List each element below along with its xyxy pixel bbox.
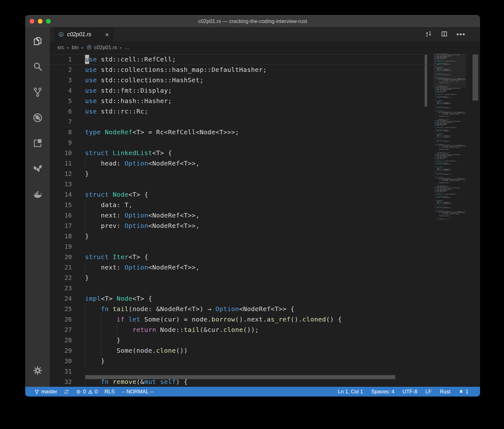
status-branch-indicator[interactable]: master xyxy=(31,387,60,397)
activity-search-button[interactable] xyxy=(25,57,50,77)
code-line-9[interactable]: 9 xyxy=(50,137,480,148)
close-window-button[interactable] xyxy=(30,19,34,24)
code-line-31[interactable]: 31 xyxy=(50,366,480,377)
breadcrumb-item-[interactable]: ... xyxy=(125,44,129,50)
line-number: 1 xyxy=(50,54,72,65)
code-text: use std::collections::HashSet; xyxy=(85,75,203,85)
code-line-12[interactable]: 12} xyxy=(50,169,480,179)
line-number: 19 xyxy=(50,241,72,252)
code-line-28[interactable]: 28 } xyxy=(50,335,480,345)
code-line-25[interactable]: 25 fn tail(node: &NodeRef<T>) → Option<N… xyxy=(50,304,480,314)
breadcrumb-item-src[interactable]: src xyxy=(57,44,64,50)
more-actions-button[interactable]: ••• xyxy=(456,33,466,36)
line-number: 29 xyxy=(50,345,72,356)
line-number: 6 xyxy=(50,106,72,117)
code-text: return Node::tail(&cur.clone()); xyxy=(85,325,259,335)
code-line-32[interactable]: 32 fn remove(&mut self) { xyxy=(50,377,480,387)
code-line-17[interactable]: 17 prev: Option<NodeRef<T>>, xyxy=(50,221,480,231)
code-line-15[interactable]: 15 data: T, xyxy=(50,200,480,210)
open-changes-button[interactable] xyxy=(425,30,432,39)
line-number: 31 xyxy=(50,366,72,377)
minimize-window-button[interactable] xyxy=(38,19,43,24)
status-label: RLS xyxy=(105,389,115,395)
code-line-21[interactable]: 21 next: Option<NodeRef<T>>, xyxy=(50,262,480,273)
code-line-4[interactable]: 4use std::fmt::Display; xyxy=(50,85,480,96)
code-line-18[interactable]: 18} xyxy=(50,231,480,241)
breadcrumb-item-c02p01rs[interactable]: Rc02p01.rs xyxy=(86,44,117,50)
activity-source-control-button[interactable] xyxy=(25,83,50,103)
code-line-14[interactable]: 14struct Node<T> { xyxy=(50,189,480,200)
activity-bar xyxy=(25,27,50,387)
line-number: 15 xyxy=(50,200,72,210)
code-line-7[interactable]: 7 xyxy=(50,117,480,127)
status-cursor-position[interactable]: Ln 1, Col 1 xyxy=(334,387,367,397)
code-line-27[interactable]: 27 return Node::tail(&cur.clone()); xyxy=(50,325,480,335)
code-editor[interactable]: use std::cell::RefCell;use std::collecti… xyxy=(50,53,480,387)
status-vim-mode[interactable]: -- NORMAL -- xyxy=(118,387,157,397)
compare-icon xyxy=(425,30,432,38)
line-number: 3 xyxy=(50,75,72,85)
activity-settings-button[interactable] xyxy=(25,361,50,381)
tab-label: c02p01.rs xyxy=(67,31,91,38)
status-label: 0 xyxy=(95,389,98,395)
code-line-11[interactable]: 11 head: Option<NodeRef<T>>, xyxy=(50,158,480,169)
activity-terraform-button[interactable] xyxy=(25,159,50,179)
line-number: 23 xyxy=(50,283,72,293)
status-bar: master00RLS-- NORMAL -- Ln 1, Col 1Space… xyxy=(25,387,480,397)
chevron-right-icon: ▸ xyxy=(67,45,69,50)
code-line-23[interactable]: 23 xyxy=(50,283,480,293)
code-text: use std::fmt::Display; xyxy=(85,85,172,96)
code-text: Some(node.clone()) xyxy=(85,345,188,356)
code-line-1[interactable]: 1use std::cell::RefCell; xyxy=(50,54,480,65)
line-number: 2 xyxy=(50,65,72,75)
code-line-24[interactable]: 24impl<T> Node<T> { xyxy=(50,293,480,304)
split-editor-button[interactable] xyxy=(441,30,448,39)
line-number: 12 xyxy=(50,169,72,179)
line-number: 25 xyxy=(50,304,72,314)
traffic-lights xyxy=(30,15,51,27)
code-line-29[interactable]: 29 Some(node.clone()) xyxy=(50,345,480,356)
code-line-26[interactable]: 26 if let Some(cur) = node.borrow().next… xyxy=(50,314,480,325)
code-text: fn tail(node: &NodeRef<T>) → Option<Node… xyxy=(85,304,295,314)
code-line-2[interactable]: 2use std::collections::hash_map::Default… xyxy=(50,65,480,75)
status-problems[interactable]: 00 xyxy=(72,387,101,397)
editor-group: R c02p01.rs × ••• src▸bin▸Rc02p01.rs▸...… xyxy=(50,27,480,387)
debug-disabled-icon xyxy=(32,113,43,124)
code-line-8[interactable]: 8type NodeRef<T> = Rc<RefCell<Node<T>>>; xyxy=(50,127,480,137)
line-number: 28 xyxy=(50,335,72,345)
status-indentation[interactable]: Spaces: 4 xyxy=(367,387,398,397)
code-line-10[interactable]: 10struct LinkedList<T> { xyxy=(50,148,480,158)
status-rls-status[interactable]: RLS xyxy=(101,387,118,397)
code-text: next: Option<NodeRef<T>>, xyxy=(85,262,200,273)
bell-icon xyxy=(459,389,464,394)
code-line-22[interactable]: 22} xyxy=(50,273,480,283)
status-eol[interactable]: LF xyxy=(421,387,436,397)
code-line-6[interactable]: 6use std::rc::Rc; xyxy=(50,106,480,117)
code-line-5[interactable]: 5use std::hash::Hasher; xyxy=(50,96,480,106)
code-line-13[interactable]: 13 xyxy=(50,179,480,189)
code-text: use std::rc::Rc; xyxy=(85,106,148,117)
activity-debug-button[interactable] xyxy=(25,108,50,128)
code-line-19[interactable]: 19 xyxy=(50,241,480,252)
code-line-16[interactable]: 16 next: Option<NodeRef<T>>, xyxy=(50,210,480,221)
svg-text:R: R xyxy=(60,33,62,36)
terraform-icon xyxy=(32,164,43,175)
title-bar[interactable]: c02p01.rs — cracking-the-coding-intervie… xyxy=(25,15,480,27)
files-icon xyxy=(32,36,43,48)
status-language-mode[interactable]: Rust xyxy=(436,387,455,397)
code-text: type NodeRef<T> = Rc<RefCell<Node<T>>>; xyxy=(85,127,239,137)
code-line-20[interactable]: 20struct Iter<T> { xyxy=(50,252,480,262)
activity-explorer-button[interactable] xyxy=(25,32,50,52)
zoom-window-button[interactable] xyxy=(46,19,51,24)
tab-c02p01[interactable]: R c02p01.rs × xyxy=(54,27,113,42)
status-encoding[interactable]: UTF-8 xyxy=(398,387,421,397)
code-text: } xyxy=(85,356,105,366)
code-line-3[interactable]: 3use std::collections::HashSet; xyxy=(50,75,480,85)
breadcrumb-item-bin[interactable]: bin xyxy=(72,44,79,50)
close-tab-icon[interactable]: × xyxy=(105,31,110,38)
code-line-30[interactable]: 30 } xyxy=(50,356,480,366)
activity-extensions-button[interactable] xyxy=(25,134,50,154)
status-sync-button[interactable] xyxy=(60,387,72,397)
status-notifications[interactable]: 1 xyxy=(455,387,472,397)
activity-docker-button[interactable] xyxy=(25,185,50,205)
